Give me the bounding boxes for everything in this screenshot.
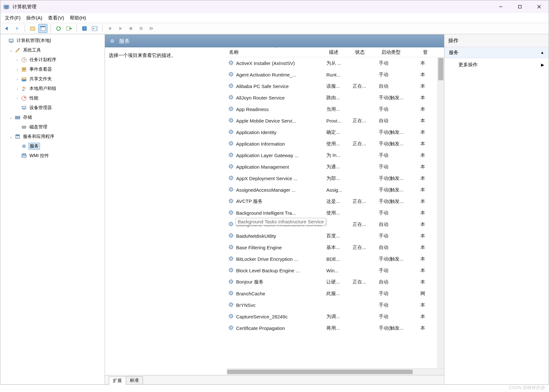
expand-icon[interactable]: › [15, 77, 20, 81]
vertical-scroll-thumb[interactable] [438, 58, 443, 80]
maximize-button[interactable] [510, 0, 529, 13]
expand-collapse-icon[interactable]: ⌄ [9, 116, 13, 120]
menu-help[interactable]: 帮助(H) [70, 15, 86, 21]
service-startup: 手动 [379, 60, 420, 66]
help-button[interactable]: ? [80, 24, 89, 33]
tree-services-applications[interactable]: ⌄ 服务和应用程序 [8, 132, 105, 141]
expand-collapse-icon[interactable]: ⌄ [9, 48, 13, 52]
service-row[interactable]: BaiduNetdiskUtility百度...手动本 [227, 230, 444, 242]
expand-icon[interactable]: › [15, 68, 20, 71]
service-row[interactable]: BrYNSvc手动本 [227, 299, 444, 311]
tree-local-users-groups[interactable]: ›本地用户和组 [14, 84, 105, 93]
service-startup: 手动 [379, 302, 420, 308]
service-row[interactable]: Application Management为通...手动本 [227, 161, 444, 172]
service-row[interactable]: Apple Mobile Device Servi...Provi...正在..… [227, 115, 444, 126]
service-row[interactable]: ActiveX Installer (AxInstSV)为从 ...手动本 [227, 57, 444, 69]
service-name: BrYNSvc [236, 302, 256, 308]
tree-performance[interactable]: ›性能 [14, 93, 105, 103]
minimize-button[interactable] [491, 0, 510, 13]
svg-point-118 [231, 143, 232, 144]
actions-section-services[interactable]: 服务 ▲ [444, 47, 549, 58]
svg-rect-9 [40, 26, 45, 27]
tree-disk-management[interactable]: 磁盘管理 [14, 122, 105, 132]
nav-forward-button[interactable] [12, 24, 21, 33]
tree-system-tools[interactable]: ⌄ 系统工具 [8, 45, 105, 55]
gear-icon [228, 118, 234, 124]
tree-services[interactable]: 服务 [14, 141, 105, 151]
service-row[interactable]: Agent Activation Runtime_...Runt...手动本 [227, 69, 444, 80]
menu-view[interactable]: 查看(V) [48, 15, 64, 21]
service-row[interactable]: AppX Deployment Service ...为部...手动(触发...… [227, 172, 444, 184]
show-hide-action-pane-button[interactable] [90, 24, 99, 33]
list-rows-viewport[interactable]: ActiveX Installer (AxInstSV)为从 ...手动本Age… [227, 57, 444, 368]
service-row[interactable]: BranchCache此服...手动网 [227, 288, 444, 299]
tree-device-manager[interactable]: 设备管理器 [14, 103, 105, 113]
service-row[interactable]: AllJoyn Router Service路由...手动(触发...本 [227, 92, 444, 103]
expand-icon[interactable]: › [15, 96, 20, 100]
tree-shared-folders[interactable]: ›共享文件夹 [14, 74, 105, 84]
svg-point-68 [231, 85, 232, 86]
service-restart-button[interactable] [147, 24, 156, 33]
service-row[interactable]: CaptureService_28249c为调...手动本 [227, 311, 444, 322]
service-logon: 本 [420, 175, 430, 181]
svg-line-153 [229, 176, 230, 177]
expand-collapse-icon[interactable]: ⌄ [9, 135, 13, 139]
service-row[interactable]: AssignedAccessManager ...Assig...手动(触发..… [227, 184, 444, 196]
svg-line-196 [229, 225, 230, 226]
tree-event-viewer[interactable]: ›事件查看器 [14, 65, 105, 74]
close-button[interactable] [529, 0, 549, 13]
service-row[interactable]: Application Layer Gateway ...为 In...手动本 [227, 149, 444, 161]
svg-rect-20 [9, 39, 13, 42]
expand-icon[interactable]: › [15, 87, 20, 91]
service-row[interactable]: Background Tasks Infrastructure Service正… [227, 219, 444, 230]
service-desc: 为通... [326, 164, 353, 170]
service-status: 正在... [353, 244, 379, 251]
svg-line-156 [229, 179, 230, 180]
service-pause-button[interactable] [137, 24, 146, 33]
service-row[interactable]: Application Identity确定...手动(触发...本 [227, 126, 444, 138]
actions-more[interactable]: 更多操作 ▶ [444, 58, 549, 71]
console-tree[interactable]: 计算机管理(本地) ⌄ 系统工具 ›任务计划程序 [0, 35, 105, 384]
tools-icon [14, 47, 21, 53]
show-hide-console-tree-button[interactable] [38, 24, 47, 33]
service-row[interactable]: Background Intelligent Tra...使用...手动本 [227, 207, 444, 219]
service-row[interactable]: Base Filtering Engine基本...正在...自动本 [227, 242, 444, 253]
vertical-scrollbar[interactable] [437, 57, 444, 368]
column-header-logon[interactable]: 登 [420, 47, 430, 57]
service-row[interactable]: App Readiness当用...手动本 [227, 103, 444, 115]
tree-wmi-control[interactable]: WMI 控件 [14, 151, 105, 161]
svg-point-128 [231, 155, 232, 156]
service-row[interactable]: Block Level Backup Engine ...Win...手动本 [227, 265, 444, 276]
svg-rect-4 [519, 5, 521, 8]
service-start-button[interactable] [106, 24, 115, 33]
tab-extended[interactable]: 扩展 [109, 377, 126, 385]
nav-back-button[interactable] [2, 24, 11, 33]
horizontal-scroll-thumb[interactable] [227, 370, 413, 374]
service-row[interactable]: AVCTP 服务这是...正在...手动(触发...本 [227, 196, 444, 207]
tree-storage[interactable]: ⌄ 存储 [8, 113, 105, 122]
service-row[interactable]: Alibaba PC Safe Service该服...正在...自动本 [227, 80, 444, 92]
svg-line-184 [232, 214, 233, 214]
service-name: BranchCache [236, 291, 265, 296]
horizontal-scrollbar[interactable] [227, 368, 444, 375]
column-header-desc[interactable]: 描述 [326, 47, 353, 57]
tab-standard[interactable]: 标准 [126, 376, 143, 384]
refresh-button[interactable] [54, 24, 63, 33]
tree-task-scheduler[interactable]: ›任务计划程序 [14, 55, 105, 65]
properties-button[interactable] [28, 24, 37, 33]
menu-action[interactable]: 操作(A) [26, 15, 42, 21]
service-play-button[interactable] [116, 24, 125, 33]
service-row[interactable]: BitLocker Drive Encryption ...BDE...手动(触… [227, 253, 444, 265]
column-header-name[interactable]: ˄名称 [227, 47, 326, 57]
service-startup: 自动 [379, 83, 420, 89]
service-row[interactable]: Bonjour 服务让硬...正在...自动本 [227, 276, 444, 288]
service-stop-button[interactable] [126, 24, 135, 33]
service-row[interactable]: Certificate Propagation将用...手动(触发...本 [227, 322, 444, 334]
export-list-button[interactable] [64, 24, 73, 33]
expand-icon[interactable]: › [15, 58, 20, 62]
column-header-status[interactable]: 状态 [353, 47, 379, 57]
column-header-startup[interactable]: 启动类型 [379, 47, 420, 57]
menu-file[interactable]: 文件(F) [5, 15, 20, 21]
service-row[interactable]: Application Information使用...正在...手动(触发..… [227, 138, 444, 149]
tree-root[interactable]: 计算机管理(本地) [2, 36, 105, 45]
